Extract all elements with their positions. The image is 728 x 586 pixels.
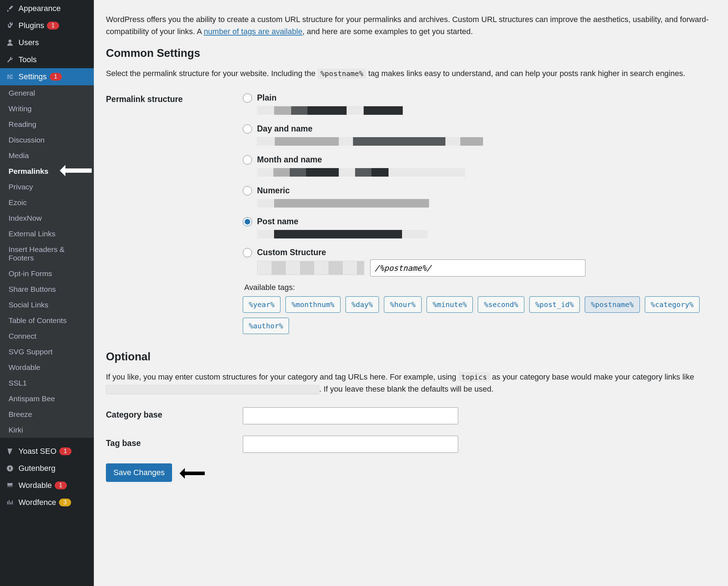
submenu-item-label: SSL	[9, 379, 23, 387]
radio-label-plain[interactable]: Plain	[257, 93, 277, 103]
menu-item-settings[interactable]: Settings1	[0, 68, 94, 85]
menu-badge: 1	[55, 482, 67, 489]
tags-available-link[interactable]: number of tags are available	[204, 27, 303, 36]
tag-button-postname[interactable]: %postname%	[585, 296, 639, 313]
menu-item-wordfence[interactable]: Wordfence3	[0, 494, 94, 511]
save-changes-button[interactable]: Save Changes	[106, 463, 172, 482]
submenu-item-label: SVG Support	[9, 348, 53, 356]
tag-base-input[interactable]	[243, 436, 458, 453]
radio-label-month-name[interactable]: Month and name	[257, 155, 322, 165]
radio-label-custom[interactable]: Custom Structure	[257, 248, 326, 257]
tag-button-monthnum[interactable]: %monthnum%	[285, 296, 340, 313]
menu-badge: 3	[59, 499, 71, 506]
brush-icon	[5, 4, 15, 14]
menu-item-label: Gutenberg	[18, 464, 55, 473]
radio-label-post-name[interactable]: Post name	[257, 217, 298, 226]
tag-base-label: Tag base	[106, 431, 243, 460]
wordfence-icon	[5, 498, 15, 507]
tag-button-second[interactable]: %second%	[478, 296, 524, 313]
menu-item-label: Yoast SEO	[18, 447, 57, 456]
radio-plain[interactable]	[243, 93, 252, 103]
tag-button-category[interactable]: %category%	[645, 296, 700, 313]
submenu-item-label: Writing	[9, 104, 32, 113]
tag-button-post_id[interactable]: %post_id%	[529, 296, 580, 313]
submenu-item-media[interactable]: Media	[0, 148, 94, 163]
submenu-item-permalinks[interactable]: Permalinks	[0, 163, 94, 179]
submenu-item-ssl[interactable]: SSL1	[0, 375, 94, 391]
radio-month-name[interactable]	[243, 155, 252, 165]
submenu-item-wordable[interactable]: Wordable	[0, 360, 94, 375]
menu-item-tools[interactable]: Tools	[0, 51, 94, 68]
submenu-item-label: Reading	[9, 120, 36, 128]
submenu-item-table-of-contents[interactable]: Table of Contents	[0, 313, 94, 328]
intro-paragraph: WordPress offers you the ability to crea…	[106, 14, 716, 38]
submenu-item-social-links[interactable]: Social Links	[0, 297, 94, 313]
radio-post-name[interactable]	[243, 217, 252, 226]
opt-pre: If you like, you may enter custom struct…	[106, 372, 459, 381]
submenu-item-share-buttons[interactable]: Share Buttons	[0, 281, 94, 297]
submenu-item-opt-in-forms[interactable]: Opt-in Forms	[0, 266, 94, 281]
radio-label-numeric[interactable]: Numeric	[257, 186, 290, 195]
submenu-item-reading[interactable]: Reading	[0, 117, 94, 132]
tag-button-hour[interactable]: %hour%	[384, 296, 422, 313]
opt-post: . If you leave these blank the defaults …	[319, 385, 493, 393]
menu-badge: 1	[59, 447, 71, 455]
submenu-item-kirki[interactable]: Kirki	[0, 422, 94, 438]
submenu-item-general[interactable]: General	[0, 85, 94, 101]
submenu-item-breeze[interactable]: Breeze	[0, 407, 94, 422]
submenu-item-external-links[interactable]: External Links	[0, 226, 94, 242]
radio-numeric[interactable]	[243, 186, 252, 195]
submenu-item-label: Kirki	[9, 426, 23, 434]
optional-desc: If you like, you may enter custom struct…	[106, 371, 716, 395]
radio-custom[interactable]	[243, 248, 252, 257]
tag-button-minute[interactable]: %minute%	[427, 296, 473, 313]
submenu-item-writing[interactable]: Writing	[0, 101, 94, 117]
example-url-day-name	[257, 137, 716, 146]
sliders-icon	[5, 72, 15, 82]
menu-item-yoast-seo[interactable]: Yoast SEO1	[0, 443, 94, 460]
submenu-item-label: IndexNow	[9, 214, 42, 222]
example-url-plain	[257, 106, 716, 115]
blurred-url-example	[106, 385, 319, 394]
submenu-item-label: Ezoic	[9, 198, 27, 206]
submenu-item-label: External Links	[9, 230, 55, 238]
wrench-icon	[5, 55, 15, 65]
submenu-item-label: General	[9, 89, 35, 97]
submenu-item-ezoic[interactable]: Ezoic	[0, 195, 94, 210]
submenu-item-label: Permalinks	[9, 167, 48, 175]
submenu-item-label: Wordable	[9, 363, 41, 371]
menu-item-label: Settings	[18, 72, 47, 81]
menu-item-users[interactable]: Users	[0, 34, 94, 51]
plugin-icon	[5, 21, 15, 31]
opt-mid: as your category base would make your ca…	[490, 372, 694, 381]
menu-item-label: Appearance	[18, 4, 61, 13]
custom-structure-input[interactable]	[370, 259, 585, 276]
radio-day-name[interactable]	[243, 124, 252, 134]
category-base-input[interactable]	[243, 407, 458, 424]
tag-button-year[interactable]: %year%	[243, 296, 280, 313]
menu-item-wordable[interactable]: Wordable1	[0, 477, 94, 494]
tag-button-day[interactable]: %day%	[346, 296, 379, 313]
optional-heading: Optional	[106, 350, 716, 363]
desc-pre: Select the permalink structure for your …	[106, 69, 318, 78]
annotation-arrow-save	[174, 469, 206, 478]
tag-button-author[interactable]: %author%	[243, 318, 289, 334]
menu-item-plugins[interactable]: Plugins1	[0, 17, 94, 34]
submenu-item-antispam-bee[interactable]: Antispam Bee	[0, 391, 94, 407]
submenu-item-label: Discussion	[9, 136, 45, 144]
submenu-item-discussion[interactable]: Discussion	[0, 132, 94, 148]
submenu-item-connect[interactable]: Connect	[0, 328, 94, 344]
submenu-item-label: Media	[9, 151, 29, 160]
available-tags-label: Available tags:	[244, 283, 716, 292]
menu-item-appearance[interactable]: Appearance	[0, 0, 94, 17]
submenu-item-svg-support[interactable]: SVG Support	[0, 344, 94, 360]
submenu-item-indexnow[interactable]: IndexNow	[0, 210, 94, 226]
menu-item-label: Users	[18, 38, 39, 47]
submenu-item-insert-headers-footers[interactable]: Insert Headers & Footers	[0, 242, 94, 266]
radio-label-day-name[interactable]: Day and name	[257, 124, 312, 134]
annotation-arrow-permalinks	[54, 166, 92, 175]
submenu-item-label: Insert Headers & Footers	[9, 245, 65, 262]
submenu-item-privacy[interactable]: Privacy	[0, 179, 94, 195]
common-settings-desc: Select the permalink structure for your …	[106, 68, 716, 80]
menu-item-gutenberg[interactable]: Gutenberg	[0, 460, 94, 477]
